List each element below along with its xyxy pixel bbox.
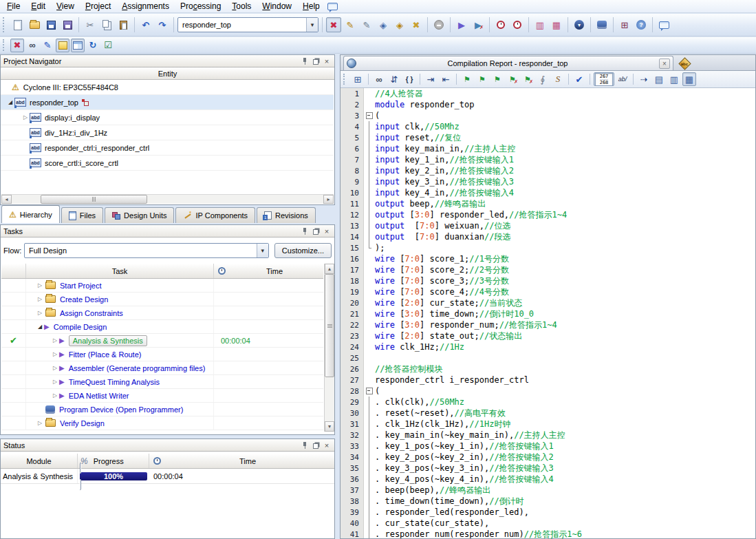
task-row[interactable]: ▷Start Project [1,279,323,293]
task-row[interactable]: ▷▶Assembler (Generate programming files) [1,361,323,375]
code-line[interactable]: 1//4人抢答器 [341,88,755,99]
task-row[interactable]: ▷▶TimeQuest Timing Analysis [1,375,323,389]
vertical-scrollbar[interactable]: ▴ ▾ [324,264,334,432]
expander-icon[interactable]: ▷ [36,310,44,316]
pin-icon[interactable] [300,226,310,236]
close-icon[interactable]: × [322,56,332,66]
indent-icon[interactable]: ⇥ [424,72,438,86]
macro-icon[interactable]: S [551,72,565,86]
code-line[interactable]: 14output [7:0] duanxian//段选 [341,231,755,242]
expander-icon[interactable]: ◢ [36,324,44,330]
convert-programming-files-icon[interactable] [594,17,609,32]
feedback-icon[interactable] [325,0,341,14]
tab-design-units[interactable]: Design Units [105,207,174,223]
redo-icon[interactable]: ↷ [155,17,170,32]
fold-marker-icon[interactable] [364,385,374,397]
expander-icon[interactable]: ▷ [21,114,30,120]
code-line[interactable]: 27responder_ctrl i_responder_ctrl [341,374,755,385]
menu-window[interactable]: Window [257,0,297,12]
restore-icon[interactable] [311,56,321,66]
undo-icon[interactable]: ↶ [138,17,153,32]
fold-marker-icon[interactable] [364,110,374,121]
expander-icon[interactable]: ◢ [6,99,14,105]
code-line[interactable]: 3( [341,110,755,121]
assignment-editor-icon[interactable]: ✎ [343,17,358,32]
code-line[interactable]: 38. time_down(time_down),//倒计时 [341,496,755,507]
code-line[interactable]: 17wire [7:0] score_2;//2号分数 [341,264,755,275]
task-row[interactable]: ▷▶Fitter (Place & Route) [1,348,323,361]
scroll-right-icon[interactable]: ▸ [323,195,334,204]
code-line[interactable]: 4input clk,//50Mhz [341,121,755,132]
task-row[interactable]: ▷Assign Constraints [1,306,323,320]
cut-icon[interactable]: ✂ [83,17,98,32]
scroll-up-icon[interactable]: ▴ [325,264,334,274]
task-row[interactable]: ◢▶Compile Design [1,320,323,334]
code-line[interactable]: 7input key_1_in,//抢答按键输入1 [341,154,755,165]
expander-icon[interactable]: ▷ [51,379,59,385]
tab-hierarchy[interactable]: ⚠Hierarchy [1,205,60,223]
menu-help[interactable]: Help [297,0,325,12]
design-assistant-icon[interactable]: ◈ [376,17,391,32]
text-editor-tab-icon[interactable]: abc [680,59,689,68]
code-line[interactable]: 30. reset(~reset),//高电平有效 [341,408,755,419]
line-number-indicator[interactable]: 267268 [594,72,614,86]
entity-row[interactable]: ◢abdresponder_top [1,95,334,110]
menu-project[interactable]: Project [80,0,116,12]
horizontal-scrollbar[interactable]: ◂ ▸ [1,194,334,204]
tab-revisions[interactable]: Revisions [257,207,316,223]
chevron-down-icon[interactable]: ▾ [257,244,268,257]
programmer-icon[interactable]: ▾ [572,17,587,32]
pin-icon[interactable] [300,56,310,66]
task-row[interactable]: ▷Create Design [1,293,323,306]
toggle-bookmark-icon[interactable]: ⚑ [460,72,474,86]
settings-icon[interactable]: ✖ [326,17,341,32]
code-line[interactable]: 21wire [3:0] time_down;//倒计时10_0 [341,308,755,319]
code-line[interactable]: 12output [3:0] responder_led,//抢答指示1~4 [341,209,755,220]
code-line[interactable]: 11output beep,//蜂鸣器输出 [341,198,755,209]
code-line[interactable]: 5input reset,//复位 [341,132,755,143]
expander-icon[interactable]: ▷ [51,337,59,344]
code-line[interactable]: 16wire [7:0] score_1;//1号分数 [341,253,755,264]
code-line[interactable]: 10input key_4_in,//抢答按键输入4 [341,187,755,198]
restore-icon[interactable] [311,441,321,450]
code-line[interactable]: 41. responder_num(responder_num)//抢答指示1~… [341,529,755,538]
code-editor[interactable]: 1//4人抢答器2module responder_top3(4input cl… [341,88,755,538]
close-icon[interactable]: × [322,441,332,450]
task-checklist-icon[interactable]: ☑ [101,39,115,52]
open-file-icon[interactable] [27,17,42,32]
technology-map-viewer-icon[interactable]: ▦ [549,17,564,32]
flow-combobox[interactable]: Full Design ▾ [24,243,269,258]
close-icon[interactable]: × [659,59,670,69]
expander-icon[interactable]: ▷ [36,296,44,302]
navigator-toggle-icon[interactable]: ✖ [10,39,24,52]
view-summary-icon[interactable]: ▦ [682,72,696,86]
entity-row[interactable]: ▷abddisplay:i_display [1,110,334,125]
code-line[interactable]: 2module responder_top [341,99,755,110]
menu-view[interactable]: View [51,0,80,12]
save-all-icon[interactable] [60,17,75,32]
delete-all-bookmarks-icon[interactable]: ⚑ [521,72,534,86]
expander-icon[interactable]: ▷ [36,282,44,288]
entity-row[interactable]: abdresponder_ctrl:i_responder_ctrl [1,140,334,156]
previous-bookmark-icon[interactable]: ⚑ [490,72,504,86]
code-line[interactable]: 18wire [7:0] score_3;//3号分数 [341,275,755,286]
rtl-viewer-icon[interactable]: ▥ [532,17,548,32]
revision-combobox[interactable]: responder_top ▾ [177,17,318,32]
view-outline-icon[interactable]: ▥ [667,72,681,86]
insert-template-icon[interactable]: { } [402,72,416,86]
start-compilation-icon[interactable]: ▶ [454,17,469,32]
restore-icon[interactable] [311,226,321,236]
menu-edit[interactable]: Edit [25,0,51,12]
code-line[interactable]: 28( [341,385,755,397]
stopwatch-icon[interactable] [510,17,525,32]
close-icon[interactable]: × [322,226,332,236]
code-line[interactable]: 33. key_1_pos(~key_1_in),//抢答按键输入1 [341,441,755,452]
replace-icon[interactable]: ⇵ [387,72,401,86]
code-line[interactable]: 26//抢答器控制模块 [341,363,755,374]
scrollbar-thumb[interactable] [41,195,147,204]
chip-planner-icon[interactable]: ◈ [392,17,407,32]
customize-button[interactable]: Customize... [274,243,332,258]
code-line[interactable]: 20wire [2:0] cur_state;//当前状态 [341,297,755,308]
menu-assignments[interactable]: Assignments [116,0,175,12]
code-line[interactable]: 25 [341,352,755,363]
